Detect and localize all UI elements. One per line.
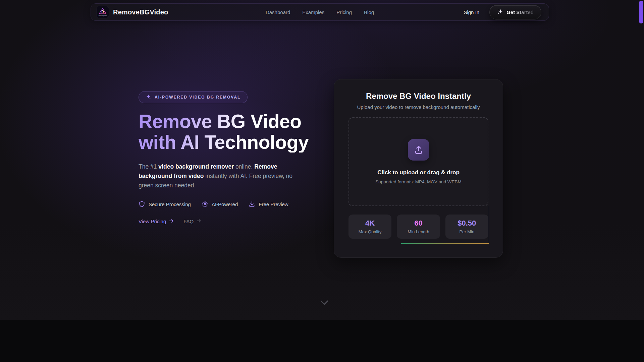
stat-max-quality: 4K Max Quality [348, 215, 391, 239]
vertical-artifact-line [489, 206, 489, 244]
get-started-button[interactable]: Get Started [489, 5, 541, 19]
hero-background [0, 0, 644, 320]
scrollbar-thumb[interactable] [639, 1, 643, 23]
stat-label: Max Quality [359, 229, 382, 234]
nav-actions: Sign In Get Started [464, 5, 541, 19]
download-icon [249, 201, 255, 207]
feature-list: Secure Processing AI-Powered [139, 201, 321, 207]
upload-card-subtitle: Upload your video to remove background a… [348, 104, 488, 110]
navbar: R removebgvideo RemoveBGVideo Dashboard … [91, 3, 549, 21]
feature-label: AI-Powered [212, 201, 238, 207]
feature-free-preview: Free Preview [249, 201, 288, 207]
stat-label: Per Min [459, 229, 474, 234]
stat-value: $0.50 [458, 219, 476, 228]
hero-badge: AI-POWERED VIDEO BG REMOVAL [139, 91, 248, 103]
faq-link[interactable]: FAQ [183, 218, 202, 225]
stat-label: Min Length [408, 229, 429, 234]
page: R removebgvideo RemoveBGVideo Dashboard … [0, 0, 644, 362]
cpu-icon [202, 201, 208, 207]
page-title: Remove BG Video with AI Technology [139, 111, 320, 153]
nav-link-blog[interactable]: Blog [364, 9, 374, 15]
dropzone-title: Click to upload or drag & drop [377, 169, 460, 176]
arrow-right-icon [169, 218, 174, 225]
svg-text:removebgvideo: removebgvideo [99, 15, 107, 16]
gradient-artifact-line [401, 243, 489, 244]
sign-in-link[interactable]: Sign In [464, 9, 479, 15]
feature-label: Secure Processing [149, 201, 191, 207]
view-pricing-link[interactable]: View Pricing [139, 218, 174, 225]
upload-dropzone[interactable]: Click to upload or drag & drop Supported… [348, 117, 488, 206]
get-started-label: Get Started [506, 9, 534, 15]
footer-section [0, 320, 644, 362]
sparkles-icon [497, 8, 503, 16]
stat-value: 60 [414, 219, 422, 228]
svg-text:R: R [101, 10, 104, 14]
app-logo-icon: R removebgvideo [96, 6, 109, 18]
brand-name: RemoveBGVideo [113, 8, 168, 16]
scroll-down-chevron-icon[interactable] [319, 299, 329, 308]
stat-min-length: 60 Min Length [397, 215, 440, 239]
hero-badge-label: AI-POWERED VIDEO BG REMOVAL [155, 95, 240, 100]
feature-secure-processing: Secure Processing [139, 201, 191, 207]
arrow-right-icon [196, 218, 202, 225]
nav-links: Dashboard Examples Pricing Blog [266, 9, 374, 15]
upload-card-title: Remove BG Video Instantly [348, 92, 488, 101]
sparkles-icon [146, 94, 151, 101]
nav-link-pricing[interactable]: Pricing [336, 9, 352, 15]
nav-link-examples[interactable]: Examples [302, 9, 324, 15]
hero-links: View Pricing FAQ [139, 218, 321, 225]
upload-card: Remove BG Video Instantly Upload your vi… [334, 79, 503, 258]
feature-label: Free Preview [259, 201, 288, 207]
feature-ai-powered: AI-Powered [202, 201, 238, 207]
hero-content: AI-POWERED VIDEO BG REMOVAL Remove BG Vi… [139, 91, 321, 225]
faq-label: FAQ [183, 219, 194, 224]
nav-link-dashboard[interactable]: Dashboard [266, 9, 290, 15]
brand-home-link[interactable]: R removebgvideo RemoveBGVideo [96, 6, 168, 18]
stat-per-min: $0.50 Per Min [445, 215, 488, 239]
shield-icon [139, 201, 145, 207]
stats-row: 4K Max Quality 60 Min Length $0.50 Per M… [348, 215, 488, 239]
hero-description: The #1 video background remover online. … [139, 162, 304, 190]
dropzone-formats: Supported formats: MP4, MOV and WEBM [375, 179, 462, 184]
view-pricing-label: View Pricing [139, 219, 166, 224]
stat-value: 4K [365, 219, 375, 228]
upload-icon [408, 139, 429, 161]
